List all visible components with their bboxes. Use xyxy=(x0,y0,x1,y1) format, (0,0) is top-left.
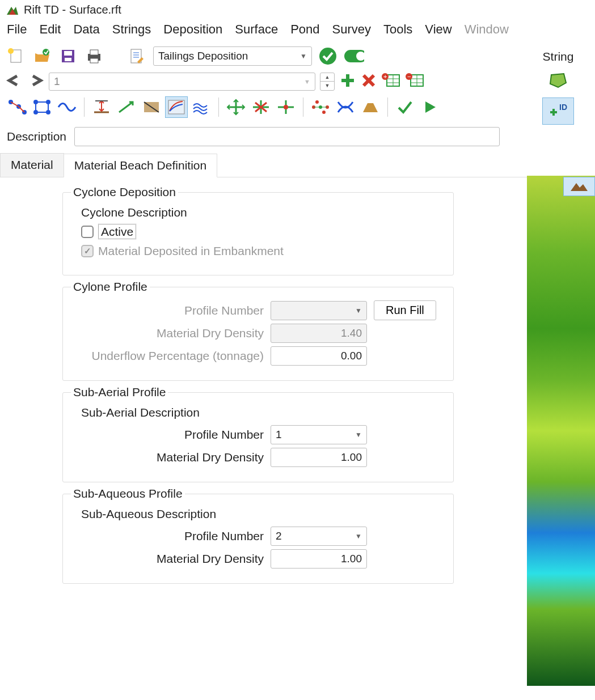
terrain-icon[interactable] xyxy=(563,177,595,196)
delete-icon[interactable] xyxy=(361,73,377,90)
nav-row: 1 ▼ ▲ ▼ + − xyxy=(0,70,595,93)
sa-density-label: Material Dry Density xyxy=(71,451,264,464)
polyline-icon[interactable] xyxy=(6,96,28,118)
active-checkbox-row[interactable]: Active xyxy=(81,225,445,239)
menu-survey[interactable]: Survey xyxy=(332,22,371,37)
layer-value: Tailings Deposition xyxy=(158,50,248,62)
titlebar: Rift TD - Surface.rft xyxy=(0,0,595,20)
spinner-up-icon[interactable]: ▲ xyxy=(320,73,334,82)
slope-up-icon[interactable] xyxy=(115,96,138,118)
cyclone-profile-legend: Cylone Profile xyxy=(71,280,150,294)
nav-value: 1 xyxy=(54,75,60,88)
svg-text:ID: ID xyxy=(559,103,567,112)
elevation-icon[interactable] xyxy=(90,96,113,118)
toggle-icon[interactable] xyxy=(344,46,364,66)
add-icon[interactable] xyxy=(339,72,356,91)
print-icon[interactable] xyxy=(84,46,104,66)
tab-content: Cyclone Deposition Cyclone Description A… xyxy=(0,177,459,600)
menu-edit[interactable]: Edit xyxy=(39,22,61,37)
chevron-down-icon: ▼ xyxy=(304,78,310,85)
edit-page-icon[interactable] xyxy=(127,46,147,66)
right-panel-label: String xyxy=(543,50,574,63)
svg-point-1 xyxy=(8,48,14,54)
move-cross-icon[interactable] xyxy=(250,96,272,118)
cyclone-legend: Cyclone Deposition xyxy=(71,185,178,199)
subaerial-legend: Sub-Aerial Profile xyxy=(71,385,168,399)
new-icon[interactable] xyxy=(6,46,26,66)
svg-rect-46 xyxy=(168,100,184,114)
svg-point-55 xyxy=(284,105,288,109)
svg-rect-4 xyxy=(64,51,72,56)
menu-window[interactable]: Window xyxy=(465,22,509,37)
cp-underflow-label: Underflow Percentage (tonnage) xyxy=(71,349,264,363)
apply-icon[interactable] xyxy=(318,46,338,66)
nav-combo[interactable]: 1 ▼ xyxy=(49,73,315,91)
spinner-down-icon[interactable]: ▼ xyxy=(320,82,334,90)
menu-pond[interactable]: Pond xyxy=(290,22,319,37)
cp-density-value: 1.40 xyxy=(341,327,362,340)
cyclone-heading: Cyclone Description xyxy=(81,206,445,219)
cp-profile-label: Profile Number xyxy=(71,304,264,317)
sa-density-input[interactable]: 1.00 xyxy=(271,448,367,467)
runfill-button[interactable]: Run Fill xyxy=(374,300,436,320)
menu-surface[interactable]: Surface xyxy=(235,22,278,37)
subaerial-heading: Sub-Aerial Description xyxy=(81,406,445,419)
deposition-toolbar xyxy=(0,93,595,124)
active-checkbox[interactable] xyxy=(81,226,94,238)
back-icon[interactable] xyxy=(6,74,23,89)
table-delete-icon[interactable]: − xyxy=(405,73,424,90)
move-icon[interactable] xyxy=(225,96,247,118)
menu-tools[interactable]: Tools xyxy=(383,22,412,37)
sq-density-label: Material Dry Density xyxy=(71,552,264,566)
menu-data[interactable]: Data xyxy=(73,22,99,37)
window-title: Rift TD - Surface.rft xyxy=(24,3,121,16)
string-id-icon[interactable]: ID xyxy=(542,97,574,125)
water-wave-icon[interactable] xyxy=(190,96,213,118)
forward-icon[interactable] xyxy=(27,74,44,89)
app-icon xyxy=(6,5,19,16)
svg-point-60 xyxy=(322,111,326,114)
intersect-icon[interactable] xyxy=(334,96,357,118)
embankment-label: Material Deposited in Embankment xyxy=(98,244,284,258)
sq-density-input[interactable]: 1.00 xyxy=(271,549,367,569)
tabs: Material Material Beach Definition xyxy=(0,153,595,177)
nav-spinner[interactable]: ▲ ▼ xyxy=(320,73,335,91)
map-preview xyxy=(527,176,595,686)
save-icon[interactable] xyxy=(58,46,78,66)
menu-file[interactable]: File xyxy=(7,22,27,37)
sa-profile-combo[interactable]: 1 ▼ xyxy=(271,425,367,444)
spread-icon[interactable] xyxy=(309,96,332,118)
move-point-icon[interactable] xyxy=(275,96,297,118)
sa-profile-label: Profile Number xyxy=(71,428,264,442)
table-add-icon[interactable]: + xyxy=(381,73,400,90)
svg-rect-7 xyxy=(90,50,98,55)
tab-beach[interactable]: Material Beach Definition xyxy=(64,154,217,177)
wave-icon[interactable] xyxy=(56,96,78,118)
cp-underflow-input[interactable]: 0.00 xyxy=(271,346,367,366)
right-panel: String ID xyxy=(521,50,595,125)
embankment-icon[interactable] xyxy=(359,96,382,118)
subaqueous-heading: Sub-Aqueous Description xyxy=(81,507,445,521)
menu-deposition[interactable]: Deposition xyxy=(163,22,222,37)
sq-profile-combo[interactable]: 2 ▼ xyxy=(271,527,367,546)
profile-down-icon[interactable] xyxy=(140,96,163,118)
description-input[interactable] xyxy=(74,127,500,146)
svg-point-13 xyxy=(319,48,336,65)
menubar: File Edit Data Strings Deposition Surfac… xyxy=(0,20,595,43)
menu-strings[interactable]: Strings xyxy=(112,22,151,37)
tab-material[interactable]: Material xyxy=(0,153,64,177)
check-icon[interactable] xyxy=(394,96,416,118)
open-icon[interactable] xyxy=(32,46,52,66)
menu-view[interactable]: View xyxy=(425,22,451,37)
svg-rect-5 xyxy=(65,58,71,61)
subaqueous-legend: Sub-Aqueous Profile xyxy=(71,487,185,500)
sa-density-value: 1.00 xyxy=(341,451,362,464)
play-icon[interactable] xyxy=(419,96,441,118)
polygon-icon[interactable] xyxy=(31,96,53,118)
subaerial-group: Sub-Aerial Profile Sub-Aerial Descriptio… xyxy=(62,385,454,482)
cp-underflow-value: 0.00 xyxy=(341,350,362,362)
layer-dropdown[interactable]: Tailings Deposition ▼ xyxy=(153,46,312,66)
string-polygon-icon[interactable] xyxy=(542,67,574,94)
profile-curve-icon[interactable] xyxy=(165,96,188,118)
chevron-down-icon: ▼ xyxy=(355,532,362,540)
